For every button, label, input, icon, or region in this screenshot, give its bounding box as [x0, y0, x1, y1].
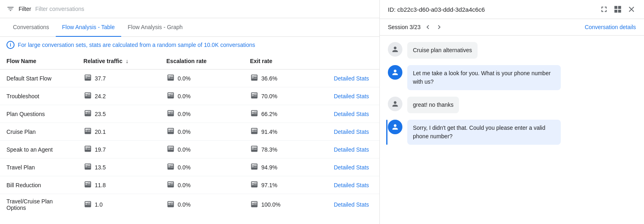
cell-action: Detailed Stats	[327, 87, 379, 105]
cell-escalation-rate: 0.0%	[160, 141, 244, 158]
detailed-stats-link[interactable]: Detailed Stats	[334, 93, 369, 99]
exit-icon	[250, 74, 258, 83]
cell-escalation-rate: 0.0%	[160, 194, 244, 216]
table-row: Troubleshoot 24.2 0.0% 70.0% Detailed St…	[0, 87, 379, 105]
detailed-stats-link[interactable]: Detailed Stats	[334, 129, 369, 135]
message-bubble: Let me take a look for you. What is your…	[407, 65, 561, 90]
session-info: Session 3/23	[388, 23, 443, 31]
expand-icon[interactable]	[600, 5, 608, 14]
message-row: Sorry, I didn't get that. Could you plea…	[388, 120, 636, 145]
cell-action: Detailed Stats	[327, 105, 379, 123]
tabs-container: Conversations Flow Analysis - Table Flow…	[0, 18, 379, 37]
cell-exit-rate: 66.2%	[244, 105, 328, 123]
escalation-icon	[166, 145, 175, 154]
col-header-escalation-rate: Escalation rate	[160, 53, 244, 70]
message-bubble: Cruise plan alternatives	[407, 42, 478, 59]
detailed-stats-link[interactable]: Detailed Stats	[334, 164, 369, 171]
table-row: Speak to an Agent 19.7 0.0% 78.3% Detail…	[0, 141, 379, 158]
message-bubble: great! no thanks	[407, 97, 459, 113]
exit-icon	[250, 200, 258, 209]
filter-placeholder[interactable]: Filter conversations	[35, 6, 84, 12]
session-id: ID: cb22c3-d60-a03-ddd-3d2a4c6c6	[388, 6, 485, 13]
cell-action: Detailed Stats	[327, 194, 379, 216]
tab-flow-analysis-graph[interactable]: Flow Analysis - Graph	[121, 18, 189, 37]
traffic-icon	[84, 163, 92, 172]
filter-label: Filter	[19, 6, 31, 12]
close-icon[interactable]	[627, 5, 636, 14]
prev-session-button[interactable]	[424, 23, 432, 31]
cell-flow-name: Troubleshoot	[0, 87, 77, 105]
traffic-icon	[84, 74, 92, 83]
user-avatar	[388, 42, 402, 57]
escalation-icon	[166, 200, 175, 209]
cell-relative-traffic: 11.8	[77, 176, 160, 194]
exit-icon	[250, 163, 258, 172]
col-header-relative-traffic[interactable]: Relative traffic ↓	[77, 53, 160, 70]
detailed-stats-link[interactable]: Detailed Stats	[334, 182, 369, 188]
info-banner-text: For large conversation sets, stats are c…	[18, 42, 255, 48]
flow-table-container: Flow Name Relative traffic ↓ Escalation …	[0, 53, 379, 224]
message-bubble: Sorry, I didn't get that. Could you plea…	[407, 120, 561, 145]
traffic-icon	[84, 145, 92, 154]
exit-icon	[250, 109, 258, 118]
table-row: Travel/Cruise Plan Options 1.0 0.0% 100.…	[0, 194, 379, 216]
detailed-stats-link[interactable]: Detailed Stats	[334, 201, 369, 208]
cell-exit-rate: 78.3%	[244, 141, 328, 158]
cell-exit-rate: 94.9%	[244, 158, 328, 176]
conversation-details-link[interactable]: Conversation details	[585, 24, 636, 30]
cell-exit-rate: 97.1%	[244, 176, 328, 194]
cell-action: Detailed Stats	[327, 158, 379, 176]
user-avatar	[388, 97, 402, 111]
flow-analysis-table: Flow Name Relative traffic ↓ Escalation …	[0, 53, 379, 215]
tab-flow-analysis-table[interactable]: Flow Analysis - Table	[56, 18, 121, 37]
cell-escalation-rate: 0.0%	[160, 70, 244, 87]
detailed-stats-link[interactable]: Detailed Stats	[334, 75, 369, 82]
traffic-icon	[84, 91, 92, 101]
table-row: Bill Reduction 11.8 0.0% 97.1% Detailed …	[0, 176, 379, 194]
bot-avatar	[388, 120, 402, 134]
cell-flow-name: Bill Reduction	[0, 176, 77, 194]
cell-flow-name: Default Start Flow	[0, 70, 77, 87]
cell-flow-name: Travel/Cruise Plan Options	[0, 194, 77, 216]
traffic-icon	[84, 180, 92, 190]
cell-exit-rate: 36.6%	[244, 70, 328, 87]
detailed-stats-link[interactable]: Detailed Stats	[334, 111, 369, 117]
message-row: great! no thanks	[388, 97, 636, 113]
table-row: Plan Questions 23.5 0.0% 66.2% Detailed …	[0, 105, 379, 123]
cell-action: Detailed Stats	[327, 141, 379, 158]
exit-icon	[250, 127, 258, 136]
cell-escalation-rate: 0.0%	[160, 105, 244, 123]
next-session-button[interactable]	[435, 23, 443, 31]
exit-icon	[250, 145, 258, 154]
cell-relative-traffic: 20.1	[77, 123, 160, 141]
grid-icon[interactable]	[613, 5, 622, 14]
escalation-icon	[166, 91, 175, 101]
right-header: ID: cb22c3-d60-a03-ddd-3d2a4c6c6	[380, 0, 644, 19]
bot-avatar	[388, 65, 402, 80]
cell-relative-traffic: 13.5	[77, 158, 160, 176]
cell-relative-traffic: 1.0	[77, 194, 160, 216]
tab-conversations[interactable]: Conversations	[6, 18, 56, 37]
filter-icon	[6, 5, 15, 13]
cell-flow-name: Plan Questions	[0, 105, 77, 123]
header-icons	[600, 5, 636, 14]
escalation-icon	[166, 180, 175, 190]
message-row: Let me take a look for you. What is your…	[388, 65, 636, 90]
info-icon: i	[6, 41, 15, 49]
traffic-icon	[84, 109, 92, 118]
message-row: Cruise plan alternatives	[388, 42, 636, 59]
filter-bar: Filter Filter conversations	[0, 0, 379, 18]
cell-action: Detailed Stats	[327, 123, 379, 141]
chat-area: Cruise plan alternatives Let me take a l…	[380, 36, 644, 224]
cell-flow-name: Travel Plan	[0, 158, 77, 176]
detailed-stats-link[interactable]: Detailed Stats	[334, 146, 369, 153]
cell-relative-traffic: 24.2	[77, 87, 160, 105]
table-row: Travel Plan 13.5 0.0% 94.9% Detailed Sta…	[0, 158, 379, 176]
cell-relative-traffic: 37.7	[77, 70, 160, 87]
table-row: Default Start Flow 37.7 0.0% 36.6% Detai…	[0, 70, 379, 87]
cell-escalation-rate: 0.0%	[160, 87, 244, 105]
info-banner: i For large conversation sets, stats are…	[0, 37, 379, 53]
cell-exit-rate: 91.4%	[244, 123, 328, 141]
right-panel: ID: cb22c3-d60-a03-ddd-3d2a4c6c6 Session	[380, 0, 644, 224]
traffic-icon	[84, 127, 92, 136]
